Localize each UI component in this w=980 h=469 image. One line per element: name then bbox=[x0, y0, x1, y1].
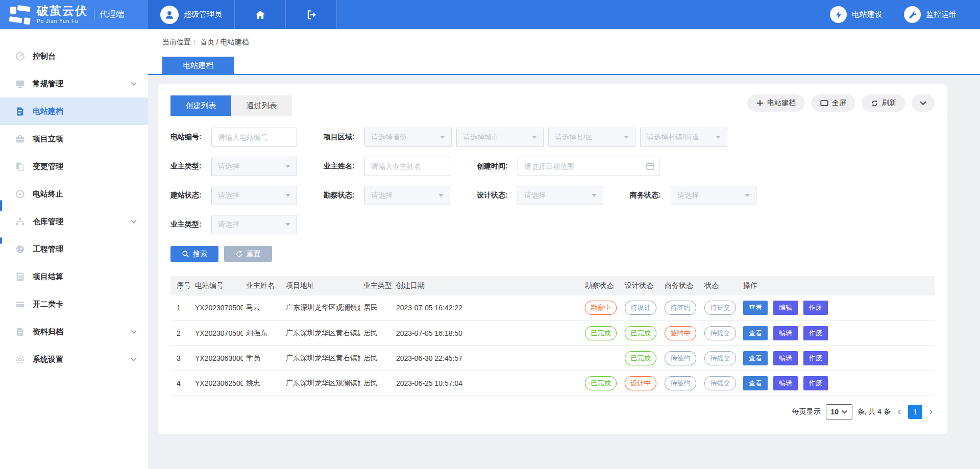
survey-status-select[interactable]: 请选择 bbox=[364, 186, 450, 205]
view-button[interactable]: 查看 bbox=[743, 376, 768, 390]
list-tabs: 创建列表 通过列表 bbox=[170, 95, 292, 116]
fullscreen-icon bbox=[820, 100, 828, 107]
logo-area: 破茧云伏 Po Jian Yun Fu 代理端 bbox=[0, 0, 148, 29]
breadcrumb-home[interactable]: 首页 bbox=[200, 38, 214, 46]
business-status-badge: 待签约 bbox=[665, 351, 696, 365]
nav-station-build[interactable]: 电站建设 bbox=[830, 6, 883, 23]
town-select[interactable]: 请选择村镇/街道 bbox=[640, 128, 727, 147]
sidebar-item-general-mgmt[interactable]: 常规管理 bbox=[0, 70, 148, 97]
void-button[interactable]: 作废 bbox=[803, 351, 828, 365]
design-status-select[interactable]: 请选择 bbox=[518, 186, 603, 205]
address-cell: 广东深圳龙华区观澜镇姚家庄... bbox=[283, 371, 360, 396]
sidebar-item-station-archive[interactable]: 电站建档 bbox=[0, 97, 148, 125]
city-select[interactable]: 请选择城市 bbox=[456, 128, 544, 147]
code-cell: YX2023063000009 bbox=[192, 345, 243, 371]
edit-button[interactable]: 编辑 bbox=[773, 376, 798, 390]
column-header: 状态 bbox=[701, 276, 740, 295]
breadcrumb-location-label: 当前位置： bbox=[162, 38, 198, 46]
create-time-label: 创建时间: bbox=[477, 162, 518, 171]
address-cell: 广东深圳龙华区观澜镇观湖路... bbox=[283, 295, 360, 320]
sidebar-item-project-settlement[interactable]: 项目结算 bbox=[0, 263, 148, 290]
void-button[interactable]: 作废 bbox=[803, 326, 828, 340]
breadcrumb: 当前位置： 首页 / 电站建档 bbox=[148, 29, 980, 47]
column-header: 设计状态 bbox=[622, 276, 662, 295]
sidebar-item-engineering-mgmt[interactable]: 工程管理 bbox=[0, 235, 148, 263]
owner-type-select[interactable]: 请选择 bbox=[211, 157, 297, 176]
sidebar-item-change-mgmt[interactable]: 变更管理 bbox=[0, 153, 148, 180]
tab-create-list[interactable]: 创建列表 bbox=[170, 95, 231, 116]
archive-icon bbox=[15, 327, 25, 337]
add-station-button[interactable]: 电站建档 bbox=[747, 94, 805, 112]
caret-down-icon bbox=[285, 165, 290, 168]
business-status-select[interactable]: 请选择 bbox=[671, 186, 756, 205]
status-badge: 待提交 bbox=[704, 376, 736, 390]
fullscreen-button[interactable]: 全屏 bbox=[811, 94, 855, 112]
portal-label: 代理端 bbox=[94, 9, 124, 20]
sidebar-item-system-settings[interactable]: 系统设置 bbox=[0, 345, 148, 373]
column-header: 业主类型 bbox=[360, 276, 393, 295]
sidebar-item-station-terminate[interactable]: 电站终止 bbox=[0, 180, 148, 208]
target-icon bbox=[15, 189, 25, 199]
seq-cell: 1 bbox=[170, 295, 192, 320]
nav-label: 监控运维 bbox=[926, 10, 957, 19]
nav-monitor-ops[interactable]: 监控运维 bbox=[904, 6, 957, 23]
owner-cell: 学员 bbox=[243, 345, 283, 371]
content-card: 创建列表 通过列表 电站建档 全屏 bbox=[158, 84, 947, 434]
owner-type2-select[interactable]: 请选择 bbox=[211, 215, 297, 234]
sidebar-item-data-archive[interactable]: 资料归档 bbox=[0, 318, 148, 345]
survey-status-label: 勘察状态: bbox=[324, 191, 364, 200]
table-row: 4 YX2023062500004 姚忠 广东深圳龙华区观澜镇姚家庄... 居民… bbox=[170, 371, 935, 396]
type-cell: 居民 bbox=[360, 371, 393, 396]
void-button[interactable]: 作废 bbox=[803, 376, 828, 390]
prev-page-button[interactable]: ‹ bbox=[896, 406, 903, 417]
county-select[interactable]: 请选择县/区 bbox=[548, 128, 635, 147]
build-status-select[interactable]: 请选择 bbox=[211, 186, 297, 205]
breadcrumb-band: 当前位置： 首页 / 电站建档 电站建档 bbox=[148, 29, 980, 75]
refresh-button[interactable]: 刷新 bbox=[862, 94, 905, 112]
next-page-button[interactable]: › bbox=[927, 406, 935, 417]
briefcase-icon bbox=[15, 134, 25, 144]
nav-label: 电站建设 bbox=[852, 10, 883, 19]
reset-button[interactable]: 重置 bbox=[224, 246, 272, 262]
view-button[interactable]: 查看 bbox=[743, 301, 768, 315]
sidebar-item-project-initiation[interactable]: 项目立项 bbox=[0, 125, 148, 153]
survey-status-badge: 已完成 bbox=[585, 326, 617, 340]
card-icon bbox=[15, 300, 25, 309]
page-tab-station-archive[interactable]: 电站建档 bbox=[162, 57, 234, 74]
total-count-label: 条, 共 4 条 bbox=[857, 407, 891, 416]
sidebar-item-open-card[interactable]: 开二类卡 bbox=[0, 290, 148, 318]
logout-button[interactable] bbox=[286, 0, 337, 29]
edit-button[interactable]: 编辑 bbox=[773, 351, 798, 365]
sidebar-scrollbar-thumb[interactable] bbox=[0, 237, 2, 244]
sidebar-item-warehouse-mgmt[interactable]: 仓库管理 bbox=[0, 208, 148, 235]
reset-icon bbox=[235, 250, 243, 258]
per-page-select[interactable]: 10 bbox=[826, 404, 852, 419]
void-button[interactable]: 作废 bbox=[803, 301, 828, 315]
gear-icon bbox=[15, 355, 25, 364]
province-select[interactable]: 请选择省份 bbox=[364, 128, 452, 147]
sidebar: 控制台 常规管理 电站建档 项目立项 bbox=[0, 29, 148, 469]
search-button[interactable]: 搜索 bbox=[170, 246, 218, 262]
column-header: 操作 bbox=[740, 276, 935, 295]
column-header: 业主姓名 bbox=[243, 276, 283, 295]
tab-passed-list[interactable]: 通过列表 bbox=[231, 95, 292, 116]
date-range-input[interactable] bbox=[518, 157, 659, 176]
edit-button[interactable]: 编辑 bbox=[773, 301, 798, 315]
collapse-toolbar-button[interactable] bbox=[912, 94, 935, 112]
pagination: 每页显示 10 条, 共 4 条 ‹ 1 › bbox=[158, 396, 947, 434]
table-header-row: 序号 电站编号 业主姓名 项目地址 业主类型 创建日期 勘察状态 设计状态 商务… bbox=[170, 276, 935, 295]
view-button[interactable]: 查看 bbox=[743, 351, 768, 365]
page-number-button[interactable]: 1 bbox=[908, 405, 922, 419]
home-button[interactable] bbox=[235, 0, 286, 29]
card-header: 创建列表 通过列表 电站建档 全屏 bbox=[158, 84, 947, 116]
caret-down-icon bbox=[842, 410, 847, 414]
address-cell: 广东深圳龙华区黄石镇星官大... bbox=[283, 320, 360, 345]
station-code-input[interactable] bbox=[211, 128, 297, 147]
home-icon bbox=[255, 9, 266, 20]
sidebar-item-console[interactable]: 控制台 bbox=[0, 42, 148, 70]
sidebar-scrollbar-thumb[interactable] bbox=[0, 200, 2, 211]
user-menu[interactable]: 超级管理员 bbox=[148, 0, 235, 29]
edit-button[interactable]: 编辑 bbox=[773, 326, 798, 340]
owner-name-input[interactable] bbox=[364, 157, 450, 176]
view-button[interactable]: 查看 bbox=[743, 326, 768, 340]
